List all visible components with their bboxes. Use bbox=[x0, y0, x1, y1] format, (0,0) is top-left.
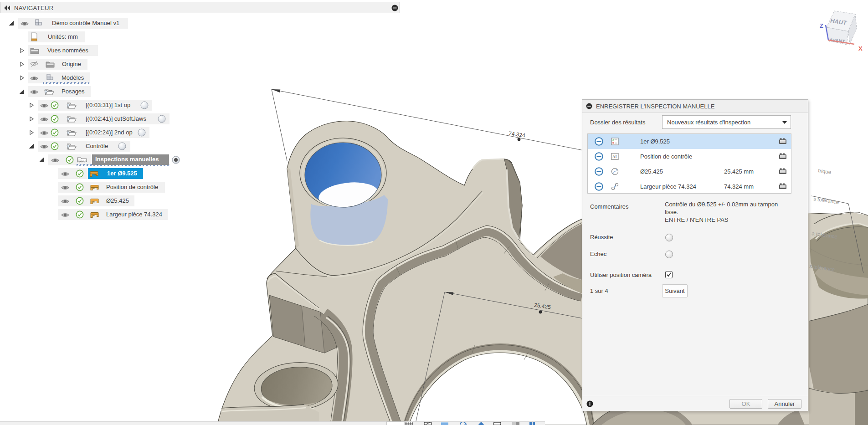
svg-text:s tolérance: s tolérance bbox=[813, 196, 839, 205]
svg-text:trique: trique bbox=[818, 168, 832, 175]
svg-text:AI: AI bbox=[612, 154, 617, 159]
svg-text:74.324: 74.324 bbox=[508, 130, 526, 139]
svg-text:X: X bbox=[858, 45, 863, 52]
svg-text:Z: Z bbox=[820, 22, 823, 29]
